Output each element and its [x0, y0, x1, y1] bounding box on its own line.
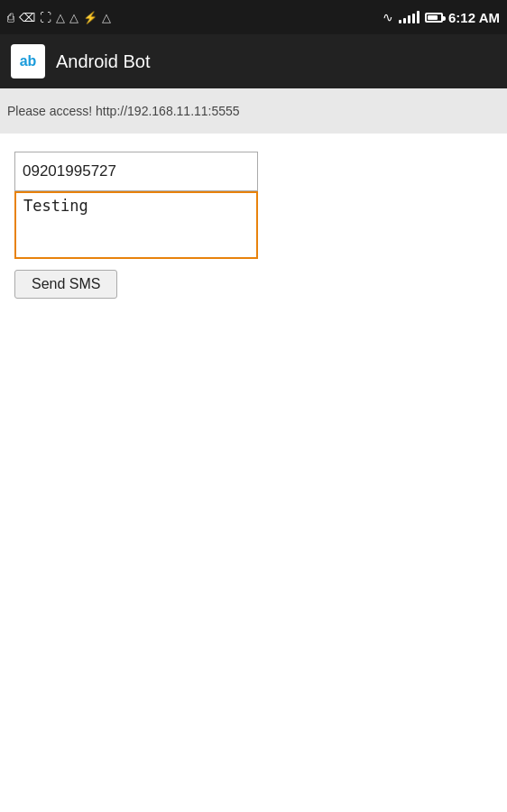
status-bar-right: ∿ 6:12 AM [383, 10, 500, 25]
lightning-icon: ⚡ [83, 11, 97, 24]
status-time: 6:12 AM [448, 10, 500, 25]
phone-input[interactable] [14, 152, 258, 191]
signal-bars [399, 11, 419, 23]
battery-fill [428, 15, 438, 20]
banner: Please access! http://192.168.11.11:5555 [0, 88, 507, 134]
image-icon: ⛶ [40, 11, 51, 24]
message-textarea[interactable]: Testing [14, 191, 258, 259]
send-sms-button[interactable]: Send SMS [14, 270, 117, 299]
app-title: Android Bot [56, 51, 151, 72]
status-bar: ⎙ ⌫ ⛶ △ △ ⚡ △ ∿ 6:12 AM [0, 0, 507, 34]
signal-bar-3 [408, 15, 410, 23]
battery-icon [425, 13, 443, 23]
mount-icon: ⌫ [19, 11, 35, 24]
signal-bar-4 [412, 14, 415, 23]
main-content: Testing Send SMS [0, 134, 507, 317]
wifi-icon: ∿ [383, 10, 393, 24]
app-icon: ab [11, 44, 45, 78]
warning-icon-1: △ [56, 11, 65, 24]
signal-bar-5 [417, 11, 419, 23]
usb-icon: ⎙ [7, 11, 14, 24]
warning-icon-3: △ [102, 11, 111, 24]
app-bar: ab Android Bot [0, 34, 507, 88]
signal-bar-1 [399, 20, 401, 23]
banner-text: Please access! http://192.168.11.11:5555 [7, 104, 240, 118]
status-bar-left: ⎙ ⌫ ⛶ △ △ ⚡ △ [7, 11, 111, 24]
warning-icon-2: △ [69, 11, 78, 24]
signal-bar-2 [403, 18, 406, 23]
